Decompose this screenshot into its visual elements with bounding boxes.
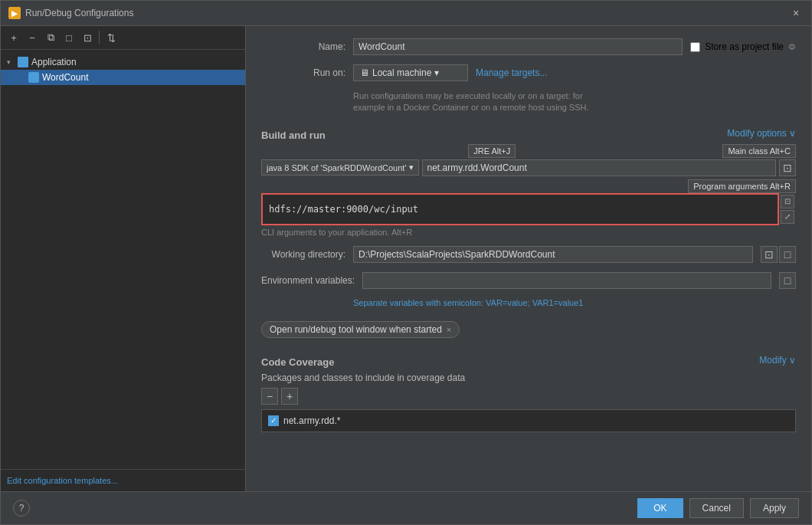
coverage-toolbar: − + (261, 388, 796, 405)
tree-arrow: ▾ (7, 58, 15, 66)
coverage-checkbox[interactable]: ✓ (268, 415, 279, 426)
config-toolbar: + − ⧉ □ ⊡ ⇅ (1, 26, 245, 50)
main-class-tooltip: Main class Alt+C (722, 144, 796, 158)
coverage-modify-link[interactable]: Modify ∨ (759, 355, 796, 366)
edit-templates-link[interactable]: Edit configuration templates... (1, 469, 245, 491)
run-on-value: Local machine (372, 67, 431, 78)
title-bar: ▶ Run/Debug Configurations × (1, 1, 811, 26)
close-button[interactable]: × (788, 5, 804, 21)
folder-icon (18, 57, 28, 67)
run-on-dropdown[interactable]: 🖥 Local machine ▾ (353, 64, 468, 81)
run-debug-dialog: ▶ Run/Debug Configurations × + − ⧉ □ ⊡ ⇅… (0, 0, 812, 525)
env-vars-label: Environment variables: (261, 275, 355, 286)
prog-args-tooltip-row: Program arguments Alt+R (261, 179, 796, 193)
dialog-body: + − ⧉ □ ⊡ ⇅ ▾ Application WordCo (1, 26, 811, 491)
code-coverage-title: Code Coverage (261, 356, 334, 368)
app-icon: ▶ (8, 7, 21, 19)
name-label: Name: (261, 41, 345, 52)
run-on-label: Run on: (261, 67, 345, 78)
tool-window-chip: Open run/debug tool window when started … (261, 321, 460, 338)
main-class-icons: ⊡ (779, 159, 796, 176)
env-vars-input[interactable] (362, 272, 771, 289)
sdk-arrow: ▾ (409, 162, 414, 172)
apply-button[interactable]: Apply (750, 498, 799, 518)
modify-options-link[interactable]: Modify options ∨ (727, 128, 796, 139)
help-button[interactable]: ? (13, 500, 30, 517)
sdk-mainclass-row: java 8 SDK of 'SparkRDDWordCount' ▾ ⊡ (261, 159, 796, 176)
coverage-add-btn[interactable]: + (281, 388, 298, 405)
packages-label: Packages and classes to include in cover… (261, 372, 796, 383)
chip-close-btn[interactable]: × (447, 325, 451, 334)
run-hint: Run configurations may be executed local… (353, 90, 796, 114)
env-hint-prefix: Separate variables with semicolon: VAR=v… (353, 298, 558, 307)
program-args-area: ⊡ ⤢ (261, 193, 796, 225)
add-config-button[interactable]: + (5, 29, 22, 46)
hint-line1: Run configurations may be executed local… (353, 90, 796, 102)
tree-group-item[interactable]: ▾ Application (1, 54, 245, 70)
args-expand-icons: ⊡ ⤢ (779, 193, 796, 225)
args-input-wrapper: ⊡ ⤢ (261, 193, 796, 225)
coverage-remove-btn[interactable]: − (261, 388, 278, 405)
code-coverage-section: Code Coverage Modify ∨ Packages and clas… (261, 353, 796, 432)
env-hint: Separate variables with semicolon: VAR=v… (353, 298, 796, 307)
store-project-checkbox[interactable] (690, 42, 700, 52)
build-run-title: Build and run (261, 130, 326, 141)
build-run-section: Build and run Modify options ∨ JRE Alt+J… (261, 126, 796, 237)
sdk-dropdown[interactable]: java 8 SDK of 'SparkRDDWordCount' ▾ (261, 159, 419, 176)
hint-line2: example in a Docker Container or on a re… (353, 102, 796, 113)
bottom-buttons: OK Cancel Apply (637, 498, 799, 518)
toolbar-separator (99, 31, 100, 44)
coverage-item: ✓ net.army.rdd.* (265, 413, 792, 428)
copy-config-button[interactable]: ⧉ (42, 29, 59, 46)
tree-group-label: Application (31, 57, 77, 67)
dialog-title: Run/Debug Configurations (25, 8, 133, 18)
run-on-icon: 🖥 (360, 67, 369, 78)
args-expand-btn2[interactable]: ⤢ (781, 210, 794, 224)
working-dir-icons: ⊡ □ (761, 246, 796, 263)
sort-config-button[interactable]: ⇅ (103, 29, 120, 46)
right-panel: Name: Store as project file ⚙ Run on: 🖥 … (246, 26, 811, 491)
tree-child-item[interactable]: WordCount (1, 70, 245, 85)
run-on-row: Run on: 🖥 Local machine ▾ Manage targets… (261, 64, 796, 81)
main-class-input[interactable] (422, 159, 776, 176)
working-dir-edit-btn[interactable]: □ (779, 246, 796, 263)
program-args-input[interactable] (261, 193, 779, 225)
working-dir-input[interactable] (353, 246, 753, 263)
build-run-header: Build and run Modify options ∨ (261, 126, 796, 141)
config-icon (28, 72, 39, 83)
main-class-folder-btn[interactable]: ⊡ (779, 159, 796, 176)
folder-config-button[interactable]: ⊡ (79, 29, 96, 46)
manage-targets-link[interactable]: Manage targets... (476, 67, 547, 78)
bottom-bar: ? OK Cancel Apply (1, 491, 811, 524)
config-tree: ▾ Application WordCount (1, 50, 245, 469)
store-project-row: Store as project file ⚙ (690, 41, 796, 52)
save-config-button[interactable]: □ (61, 29, 77, 46)
env-vars-edit-btn[interactable]: □ (779, 272, 796, 289)
program-args-tooltip: Program arguments Alt+R (688, 179, 796, 193)
title-bar-left: ▶ Run/Debug Configurations (8, 7, 133, 19)
tool-window-label: Open run/debug tool window when started (270, 324, 442, 335)
dropdown-arrow: ▾ (434, 67, 439, 78)
name-row: Name: Store as project file ⚙ (261, 38, 796, 55)
cli-hint: CLI arguments to your application. Alt+R (261, 228, 796, 237)
working-dir-folder-btn[interactable]: ⊡ (761, 246, 778, 263)
tool-window-row: Open run/debug tool window when started … (261, 321, 796, 338)
settings-icon: ⚙ (788, 42, 796, 52)
env-var-row: Environment variables: □ (261, 272, 796, 289)
tree-item-label: WordCount (42, 72, 88, 83)
code-coverage-header: Code Coverage Modify ∨ (261, 353, 796, 368)
jre-tooltip: JRE Alt+J (468, 144, 516, 158)
ok-button[interactable]: OK (637, 498, 683, 518)
tree-group: ▾ Application WordCount (1, 53, 245, 87)
remove-config-button[interactable]: − (24, 29, 41, 46)
left-panel: + − ⧉ □ ⊡ ⇅ ▾ Application WordCo (1, 26, 246, 491)
working-dir-row: Working directory: ⊡ □ (261, 246, 796, 263)
working-dir-label: Working directory: (261, 249, 345, 260)
coverage-list: ✓ net.army.rdd.* (261, 409, 796, 432)
coverage-item-label: net.army.rdd.* (283, 415, 340, 426)
cancel-button[interactable]: Cancel (689, 498, 744, 518)
store-project-label: Store as project file (705, 41, 784, 52)
env-hint-link: value1 (558, 298, 583, 307)
args-expand-btn1[interactable]: ⊡ (781, 195, 794, 208)
name-input[interactable] (353, 38, 683, 55)
